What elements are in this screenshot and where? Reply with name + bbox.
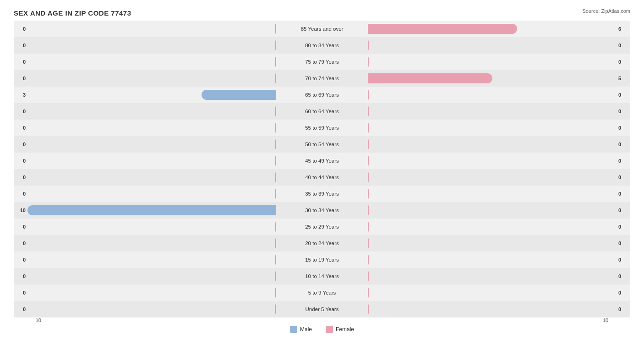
table-row: 0 15 to 19 Years 0	[14, 252, 630, 268]
age-label: 15 to 19 Years	[276, 257, 368, 262]
table-row: 0 70 to 74 Years 5	[14, 70, 630, 87]
female-value: 5	[617, 76, 630, 81]
source-label: Source: ZipAtlas.com	[582, 8, 630, 14]
right-bar-area	[368, 87, 617, 103]
table-row: 0 50 to 54 Years 0	[14, 136, 630, 153]
male-value: 0	[14, 290, 27, 295]
male-legend-box	[290, 326, 297, 333]
male-value: 0	[14, 109, 27, 114]
right-bar-area	[368, 169, 617, 186]
axis-left-label: 10	[27, 317, 41, 323]
left-bar-area	[27, 252, 276, 268]
female-value: 0	[617, 208, 630, 213]
right-bar-area	[368, 202, 617, 219]
table-row: 0 80 to 84 Years 0	[14, 37, 630, 54]
female-value: 0	[617, 241, 630, 246]
table-row: 0 25 to 29 Years 0	[14, 219, 630, 235]
right-bar-area	[368, 136, 617, 153]
female-value: 0	[617, 158, 630, 164]
age-label: 35 to 39 Years	[276, 191, 368, 197]
right-bar-area	[368, 301, 617, 317]
male-value: 0	[14, 158, 27, 164]
right-bar-area	[368, 186, 617, 202]
left-bar-area	[27, 202, 276, 219]
table-row: 10 30 to 34 Years 0	[14, 202, 630, 219]
table-row: 0 20 to 24 Years 0	[14, 235, 630, 252]
legend-female: Female	[326, 326, 354, 333]
male-value: 0	[14, 257, 27, 262]
male-bar	[27, 205, 276, 215]
female-value: 6	[617, 26, 630, 32]
table-row: 0 45 to 49 Years 0	[14, 153, 630, 169]
age-label: 65 to 69 Years	[276, 92, 368, 98]
left-bar-area	[27, 120, 276, 136]
female-bar	[368, 24, 517, 34]
female-bar	[368, 288, 369, 298]
female-value: 0	[617, 175, 630, 180]
table-row: 0 60 to 64 Years 0	[14, 103, 630, 120]
male-value: 0	[14, 26, 27, 32]
age-label: 45 to 49 Years	[276, 158, 368, 164]
left-bar-area	[27, 54, 276, 70]
female-legend-box	[326, 326, 333, 333]
female-value: 0	[617, 273, 630, 279]
right-bar-area	[368, 284, 617, 301]
right-bar-area	[368, 120, 617, 136]
male-bar	[202, 90, 276, 100]
age-label: 55 to 59 Years	[276, 125, 368, 131]
male-value: 0	[14, 76, 27, 81]
age-label: 80 to 84 Years	[276, 43, 368, 48]
female-bar	[368, 255, 369, 265]
table-row: 0 75 to 79 Years 0	[14, 54, 630, 70]
left-bar-area	[27, 37, 276, 54]
left-bar-area	[27, 169, 276, 186]
right-bar-area	[368, 268, 617, 284]
age-label: 60 to 64 Years	[276, 109, 368, 114]
female-value: 0	[617, 109, 630, 114]
axis-right-label: 10	[603, 317, 617, 323]
male-legend-label: Male	[300, 326, 312, 333]
female-bar	[368, 172, 369, 182]
age-label: 5 to 9 Years	[276, 290, 368, 295]
left-bar-area	[27, 186, 276, 202]
left-bar-area	[27, 235, 276, 252]
female-value: 0	[617, 191, 630, 197]
female-bar	[368, 205, 369, 215]
female-bar	[368, 57, 369, 67]
female-value: 0	[617, 257, 630, 262]
male-value: 0	[14, 43, 27, 48]
chart-container: SEX AND AGE IN ZIP CODE 77473 Source: Zi…	[0, 0, 644, 339]
female-value: 0	[617, 92, 630, 98]
female-value: 0	[617, 43, 630, 48]
right-bar-area	[368, 21, 617, 37]
left-bar-area	[27, 103, 276, 120]
table-row: 0 40 to 44 Years 0	[14, 169, 630, 186]
age-label: Under 5 Years	[276, 306, 368, 312]
right-bar-area	[368, 235, 617, 252]
female-value: 0	[617, 125, 630, 131]
age-label: 70 to 74 Years	[276, 76, 368, 81]
age-label: 20 to 24 Years	[276, 241, 368, 246]
male-value: 0	[14, 224, 27, 230]
male-value: 0	[14, 306, 27, 312]
male-value: 0	[14, 241, 27, 246]
female-bar	[368, 73, 492, 83]
left-bar-area	[27, 284, 276, 301]
age-label: 40 to 44 Years	[276, 175, 368, 180]
male-value: 0	[14, 142, 27, 147]
age-label: 25 to 29 Years	[276, 224, 368, 230]
left-bar-area	[27, 87, 276, 103]
left-bar-area	[27, 21, 276, 37]
left-bar-area	[27, 70, 276, 87]
right-bar-area	[368, 219, 617, 235]
left-bar-area	[27, 301, 276, 317]
right-bar-area	[368, 103, 617, 120]
table-row: 0 Under 5 Years 0	[14, 301, 630, 317]
legend: Male Female	[14, 326, 630, 333]
female-bar	[368, 189, 369, 199]
female-value: 0	[617, 224, 630, 230]
female-value: 0	[617, 290, 630, 295]
male-value: 0	[14, 125, 27, 131]
table-row: 0 10 to 14 Years 0	[14, 268, 630, 284]
female-value: 0	[617, 142, 630, 147]
